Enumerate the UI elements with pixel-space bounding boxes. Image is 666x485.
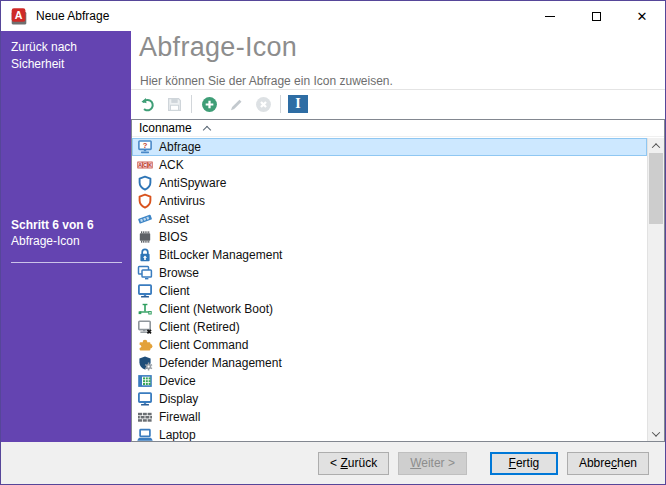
step-indicator: Schritt 6 von 6 Abfrage-Icon — [11, 217, 122, 263]
list-item[interactable]: Client Command — [132, 336, 647, 354]
monitor-icon — [137, 283, 153, 299]
toolbar: I — [135, 90, 665, 118]
add-button[interactable] — [197, 92, 221, 116]
back-nav-link[interactable]: Zurück nach Sicherheit — [1, 31, 131, 73]
footer-buttons: < ZurückWeiter >FertigAbbrechen — [1, 442, 665, 484]
window-controls: ✕ — [527, 1, 665, 31]
list-item[interactable]: Antivirus — [132, 192, 647, 210]
assign-icon-icon: I — [288, 95, 308, 113]
icon-list-rows: AbfrageACKAntiSpywareAntivirusAssetBIOSB… — [132, 138, 647, 441]
padlock-icon — [137, 247, 153, 263]
svg-text:A: A — [15, 9, 23, 21]
list-column-header[interactable]: Iconname — [132, 120, 664, 137]
save-button — [162, 92, 186, 116]
list-item[interactable]: Client (Network Boot) — [132, 300, 647, 318]
page-subtitle: Hier können Sie der Abfrage ein Icon zuw… — [140, 74, 393, 88]
list-item[interactable]: AntiSpyware — [132, 174, 647, 192]
list-item[interactable]: Client (Retired) — [132, 318, 647, 336]
list-item-label: BitLocker Management — [159, 248, 282, 262]
shield-blue-icon — [137, 175, 153, 191]
ram-module-icon — [137, 211, 153, 227]
column-header-label: Iconname — [139, 121, 192, 135]
step-underline — [11, 262, 122, 263]
window-title: Neue Abfrage — [36, 9, 109, 23]
monitor-retired-icon — [137, 319, 153, 335]
save-icon — [166, 96, 183, 113]
brick-wall-icon — [137, 409, 153, 425]
list-item-label: Antivirus — [159, 194, 205, 208]
cancel-button[interactable]: Abbrechen — [567, 452, 649, 475]
wizard-window: A Neue Abfrage ✕ Zurück nach Sicherheit … — [0, 0, 666, 485]
list-item-label: ACK — [159, 158, 184, 172]
undo-button[interactable] — [135, 92, 159, 116]
delete-button — [251, 92, 275, 116]
list-item-label: BIOS — [159, 230, 188, 244]
list-item-label: Asset — [159, 212, 189, 226]
close-icon: ✕ — [637, 10, 648, 23]
sort-ascending-icon — [202, 125, 210, 133]
device-grid-icon — [137, 373, 153, 389]
list-item[interactable]: BitLocker Management — [132, 246, 647, 264]
scrollbar-thumb[interactable] — [649, 153, 663, 224]
list-item[interactable]: Defender Management — [132, 354, 647, 372]
wizard-body: Zurück nach Sicherheit Schritt 6 von 6 A… — [1, 31, 665, 442]
assign-icon-button[interactable]: I — [286, 92, 310, 116]
maximize-icon — [592, 12, 601, 21]
list-item[interactable]: Abfrage — [132, 138, 647, 156]
edit-icon — [228, 96, 245, 113]
network-boot-icon — [137, 301, 153, 317]
monitor-browse-icon — [137, 265, 153, 281]
shield-gear-icon — [137, 355, 153, 371]
back-button[interactable]: < Zurück — [318, 452, 389, 475]
toolbar-separator — [191, 95, 192, 113]
list-item[interactable]: ACK — [132, 156, 647, 174]
add-icon — [201, 96, 218, 113]
list-item[interactable]: BIOS — [132, 228, 647, 246]
list-item-label: Browse — [159, 266, 199, 280]
finish-button[interactable]: Fertig — [490, 452, 558, 475]
list-item-label: Firewall — [159, 410, 200, 424]
scroll-down-button[interactable] — [648, 426, 664, 441]
list-item[interactable]: Laptop — [132, 426, 647, 441]
scroll-up-button[interactable] — [648, 138, 664, 153]
maximize-button[interactable] — [573, 1, 619, 31]
monitor-question-icon — [137, 139, 153, 155]
list-item-label: Device — [159, 374, 196, 388]
monitor-icon — [137, 391, 153, 407]
list-item-label: Client — [159, 284, 190, 298]
app-logo-icon: A — [10, 7, 28, 25]
next-button: Weiter > — [398, 452, 467, 475]
list-item[interactable]: Device — [132, 372, 647, 390]
main-panel: Abfrage-Icon Hier können Sie der Abfrage… — [131, 31, 665, 442]
titlebar: A Neue Abfrage ✕ — [1, 1, 665, 31]
list-item-label: Display — [159, 392, 198, 406]
list-item[interactable]: Asset — [132, 210, 647, 228]
puzzle-icon — [137, 337, 153, 353]
list-item[interactable]: Browse — [132, 264, 647, 282]
list-item[interactable]: Firewall — [132, 408, 647, 426]
chevron-up-icon — [652, 143, 660, 151]
undo-icon — [139, 96, 156, 113]
shield-orange-icon — [137, 193, 153, 209]
icon-list: Iconname AbfrageACKAntiSpywareAntivirusA… — [131, 119, 665, 442]
list-item[interactable]: Display — [132, 390, 647, 408]
list-item-label: Client (Network Boot) — [159, 302, 273, 316]
ack-letters-icon — [137, 157, 153, 173]
vertical-scrollbar[interactable] — [647, 138, 664, 441]
list-item-label: Client (Retired) — [159, 320, 240, 334]
wizard-sidebar: Zurück nach Sicherheit Schritt 6 von 6 A… — [1, 31, 131, 442]
edit-button — [224, 92, 248, 116]
toolbar-separator — [280, 95, 281, 113]
step-count-label: Schritt 6 von 6 — [11, 217, 122, 233]
close-button[interactable]: ✕ — [619, 1, 665, 31]
step-name-label: Abfrage-Icon — [11, 233, 122, 249]
list-item-label: Defender Management — [159, 356, 282, 370]
list-item-label: Client Command — [159, 338, 248, 352]
minimize-button[interactable] — [527, 1, 573, 31]
page-title: Abfrage-Icon — [139, 32, 297, 63]
list-item[interactable]: Client — [132, 282, 647, 300]
list-item-label: AntiSpyware — [159, 176, 226, 190]
list-item-label: Abfrage — [159, 140, 201, 154]
delete-icon — [255, 96, 272, 113]
chevron-down-icon — [652, 428, 660, 436]
